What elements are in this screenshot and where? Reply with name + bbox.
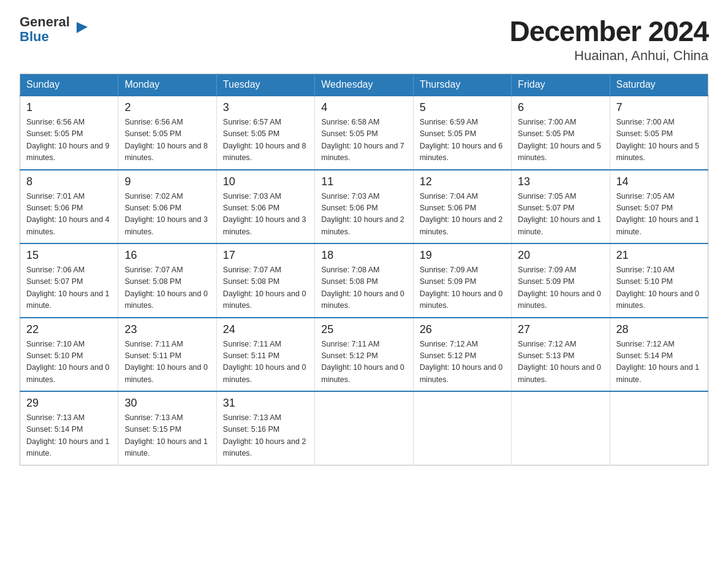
calendar-cell: 27 Sunrise: 7:12 AM Sunset: 5:13 PM Dayl…: [512, 318, 610, 392]
logo-blue-text: Blue: [20, 29, 77, 44]
day-info: Sunrise: 7:11 AM Sunset: 5:11 PM Dayligh…: [223, 339, 308, 386]
weekday-header-wednesday: Wednesday: [315, 74, 413, 96]
day-info: Sunrise: 7:06 AM Sunset: 5:07 PM Dayligh…: [26, 264, 112, 312]
day-info: Sunrise: 7:03 AM Sunset: 5:06 PM Dayligh…: [321, 191, 406, 239]
weekday-header-monday: Monday: [118, 74, 216, 96]
day-info: Sunrise: 7:08 AM Sunset: 5:08 PM Dayligh…: [321, 264, 406, 312]
day-number: 17: [223, 249, 308, 262]
day-number: 4: [321, 101, 406, 114]
day-number: 29: [26, 397, 112, 410]
day-info: Sunrise: 6:59 AM Sunset: 5:05 PM Dayligh…: [420, 117, 505, 164]
day-number: 21: [616, 249, 702, 262]
day-info: Sunrise: 7:07 AM Sunset: 5:08 PM Dayligh…: [223, 264, 308, 312]
svg-marker-0: [77, 22, 88, 33]
day-info: Sunrise: 7:05 AM Sunset: 5:07 PM Dayligh…: [616, 191, 702, 239]
day-info: Sunrise: 7:10 AM Sunset: 5:10 PM Dayligh…: [616, 264, 702, 312]
calendar-cell: 14 Sunrise: 7:05 AM Sunset: 5:07 PM Dayl…: [610, 170, 708, 244]
calendar-cell: 7 Sunrise: 7:00 AM Sunset: 5:05 PM Dayli…: [610, 96, 708, 170]
day-info: Sunrise: 6:56 AM Sunset: 5:05 PM Dayligh…: [26, 117, 112, 164]
day-number: 13: [518, 175, 603, 188]
day-info: Sunrise: 7:00 AM Sunset: 5:05 PM Dayligh…: [518, 117, 603, 164]
calendar-cell: 8 Sunrise: 7:01 AM Sunset: 5:06 PM Dayli…: [20, 170, 118, 244]
day-info: Sunrise: 7:04 AM Sunset: 5:06 PM Dayligh…: [420, 191, 505, 239]
title-area: December 2024 Huainan, Anhui, China: [509, 15, 708, 64]
calendar-cell: 10 Sunrise: 7:03 AM Sunset: 5:06 PM Dayl…: [216, 170, 314, 244]
weekday-header-tuesday: Tuesday: [216, 74, 314, 96]
day-info: Sunrise: 7:05 AM Sunset: 5:07 PM Dayligh…: [518, 191, 603, 239]
calendar-cell: [610, 391, 708, 465]
calendar-cell: [315, 391, 413, 465]
day-info: Sunrise: 7:12 AM Sunset: 5:12 PM Dayligh…: [420, 339, 505, 386]
day-info: Sunrise: 7:10 AM Sunset: 5:10 PM Dayligh…: [26, 339, 112, 386]
day-number: 10: [223, 175, 308, 188]
weekday-header-saturday: Saturday: [610, 74, 708, 96]
day-number: 14: [616, 175, 702, 188]
calendar-cell: 12 Sunrise: 7:04 AM Sunset: 5:06 PM Dayl…: [413, 170, 511, 244]
day-number: 15: [26, 249, 112, 262]
day-number: 19: [420, 249, 505, 262]
calendar-cell: 21 Sunrise: 7:10 AM Sunset: 5:10 PM Dayl…: [610, 243, 708, 318]
calendar-cell: 30 Sunrise: 7:13 AM Sunset: 5:15 PM Dayl…: [118, 391, 216, 465]
day-info: Sunrise: 7:03 AM Sunset: 5:06 PM Dayligh…: [223, 191, 308, 239]
calendar-week-row: 29 Sunrise: 7:13 AM Sunset: 5:14 PM Dayl…: [20, 391, 708, 465]
day-info: Sunrise: 6:57 AM Sunset: 5:05 PM Dayligh…: [223, 117, 308, 164]
page-title: December 2024: [509, 15, 708, 48]
calendar-cell: 29 Sunrise: 7:13 AM Sunset: 5:14 PM Dayl…: [20, 391, 118, 465]
calendar-cell: 18 Sunrise: 7:08 AM Sunset: 5:08 PM Dayl…: [315, 243, 413, 318]
day-number: 27: [518, 323, 603, 336]
day-number: 5: [420, 101, 505, 114]
calendar-cell: 24 Sunrise: 7:11 AM Sunset: 5:11 PM Dayl…: [216, 318, 314, 392]
calendar-cell: 4 Sunrise: 6:58 AM Sunset: 5:05 PM Dayli…: [315, 96, 413, 170]
calendar-cell: 9 Sunrise: 7:02 AM Sunset: 5:06 PM Dayli…: [118, 170, 216, 244]
day-info: Sunrise: 7:00 AM Sunset: 5:05 PM Dayligh…: [616, 117, 702, 164]
page-header: General Blue December 2024 Huainan, Anhu…: [20, 15, 708, 64]
day-info: Sunrise: 7:12 AM Sunset: 5:13 PM Dayligh…: [518, 339, 603, 386]
day-number: 18: [321, 249, 406, 262]
calendar-week-row: 22 Sunrise: 7:10 AM Sunset: 5:10 PM Dayl…: [20, 318, 708, 392]
calendar-table: SundayMondayTuesdayWednesdayThursdayFrid…: [20, 74, 708, 465]
calendar-cell: 20 Sunrise: 7:09 AM Sunset: 5:09 PM Dayl…: [512, 243, 610, 318]
day-number: 7: [616, 101, 702, 114]
day-number: 8: [26, 175, 112, 188]
day-number: 31: [223, 397, 308, 410]
logo-general-text: General: [20, 15, 70, 29]
calendar-cell: 23 Sunrise: 7:11 AM Sunset: 5:11 PM Dayl…: [118, 318, 216, 392]
calendar-cell: 5 Sunrise: 6:59 AM Sunset: 5:05 PM Dayli…: [413, 96, 511, 170]
day-info: Sunrise: 7:01 AM Sunset: 5:06 PM Dayligh…: [26, 191, 112, 239]
day-info: Sunrise: 7:13 AM Sunset: 5:15 PM Dayligh…: [124, 412, 210, 460]
calendar-cell: 6 Sunrise: 7:00 AM Sunset: 5:05 PM Dayli…: [512, 96, 610, 170]
weekday-header-sunday: Sunday: [20, 74, 118, 96]
day-number: 1: [26, 101, 112, 114]
day-number: 16: [124, 249, 210, 262]
weekday-header-friday: Friday: [512, 74, 610, 96]
calendar-cell: 15 Sunrise: 7:06 AM Sunset: 5:07 PM Dayl…: [20, 243, 118, 318]
calendar-week-row: 1 Sunrise: 6:56 AM Sunset: 5:05 PM Dayli…: [20, 96, 708, 170]
day-info: Sunrise: 6:58 AM Sunset: 5:05 PM Dayligh…: [321, 117, 406, 164]
calendar-cell: 17 Sunrise: 7:07 AM Sunset: 5:08 PM Dayl…: [216, 243, 314, 318]
calendar-cell: 31 Sunrise: 7:13 AM Sunset: 5:16 PM Dayl…: [216, 391, 314, 465]
day-info: Sunrise: 7:13 AM Sunset: 5:16 PM Dayligh…: [223, 412, 308, 460]
day-number: 3: [223, 101, 308, 114]
logo: General Blue: [20, 15, 77, 44]
day-info: Sunrise: 7:07 AM Sunset: 5:08 PM Dayligh…: [124, 264, 210, 312]
calendar-cell: 16 Sunrise: 7:07 AM Sunset: 5:08 PM Dayl…: [118, 243, 216, 318]
calendar-cell: 2 Sunrise: 6:56 AM Sunset: 5:05 PM Dayli…: [118, 96, 216, 170]
calendar-cell: 22 Sunrise: 7:10 AM Sunset: 5:10 PM Dayl…: [20, 318, 118, 392]
day-number: 12: [420, 175, 505, 188]
calendar-cell: 26 Sunrise: 7:12 AM Sunset: 5:12 PM Dayl…: [413, 318, 511, 392]
day-info: Sunrise: 7:12 AM Sunset: 5:14 PM Dayligh…: [616, 339, 702, 386]
day-number: 25: [321, 323, 406, 336]
calendar-week-row: 15 Sunrise: 7:06 AM Sunset: 5:07 PM Dayl…: [20, 243, 708, 318]
calendar-header: SundayMondayTuesdayWednesdayThursdayFrid…: [20, 74, 708, 96]
day-number: 30: [124, 397, 210, 410]
day-number: 2: [124, 101, 210, 114]
day-number: 26: [420, 323, 505, 336]
day-info: Sunrise: 6:56 AM Sunset: 5:05 PM Dayligh…: [124, 117, 210, 164]
day-info: Sunrise: 7:09 AM Sunset: 5:09 PM Dayligh…: [420, 264, 505, 312]
calendar-cell: 28 Sunrise: 7:12 AM Sunset: 5:14 PM Dayl…: [610, 318, 708, 392]
day-number: 28: [616, 323, 702, 336]
page-subtitle: Huainan, Anhui, China: [509, 48, 708, 64]
day-info: Sunrise: 7:13 AM Sunset: 5:14 PM Dayligh…: [26, 412, 112, 460]
day-info: Sunrise: 7:11 AM Sunset: 5:12 PM Dayligh…: [321, 339, 406, 386]
day-number: 11: [321, 175, 406, 188]
